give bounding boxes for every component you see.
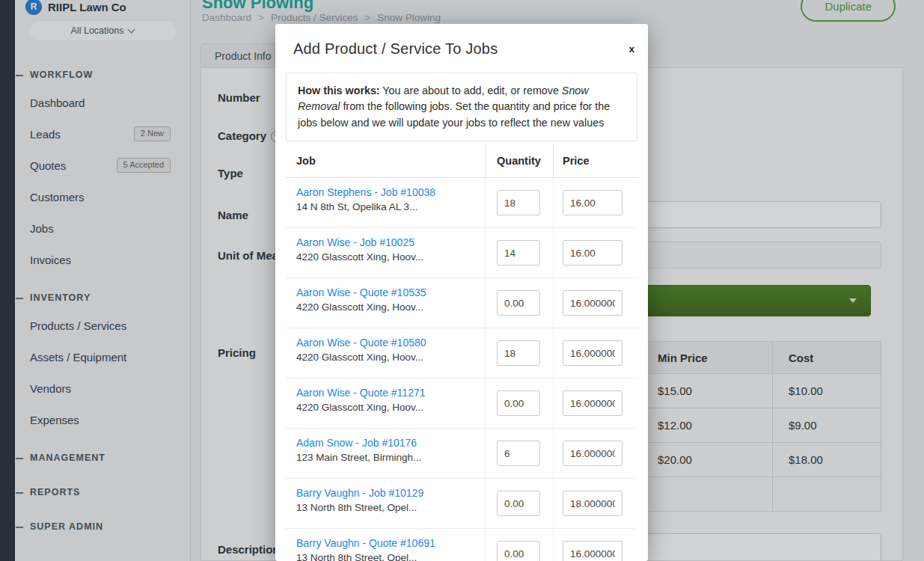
price-cell (553, 429, 637, 478)
quantity-cell (485, 429, 553, 478)
job-link[interactable]: Adam Snow - Job #10176 (296, 437, 474, 449)
quantity-input[interactable] (497, 340, 540, 366)
job-cell: Aaron Wise - Quote #11271 4220 Glasscott… (286, 378, 485, 428)
price-cell (553, 479, 637, 528)
job-cell: Aaron Wise - Quote #10580 4220 Glasscott… (286, 328, 485, 378)
price-column-header: Price (553, 144, 637, 177)
how-this-works-note: How this works: You are about to add, ed… (286, 73, 637, 141)
price-cell (553, 529, 637, 561)
quantity-cell (485, 378, 553, 428)
close-icon[interactable]: x (629, 43, 634, 55)
table-row: Aaron Wise - Quote #10580 4220 Glasscott… (286, 328, 637, 378)
table-row: Aaron Stephens - Job #10038 14 N 8th St,… (286, 178, 637, 228)
quantity-cell (485, 529, 553, 561)
quantity-input[interactable] (497, 290, 540, 316)
table-row: Adam Snow - Job #10176 123 Main Street, … (286, 429, 637, 479)
table-row: Aaron Wise - Job #10025 4220 Glasscott X… (286, 228, 637, 278)
how-this-works-lead: How this works: (298, 85, 380, 96)
job-link[interactable]: Aaron Wise - Quote #10580 (296, 337, 474, 349)
quantity-input[interactable] (497, 240, 540, 266)
app-root: R RIIPL Lawn Co All Locations WORKFLOW D… (0, 0, 924, 561)
price-cell (553, 178, 637, 227)
table-row: Barry Vaughn - Job #10129 13 North 8th S… (286, 479, 637, 529)
price-cell (553, 378, 637, 428)
job-cell: Aaron Stephens - Job #10038 14 N 8th St,… (286, 178, 485, 227)
price-input[interactable] (563, 290, 622, 316)
how-this-works-text-1: You are about to add, edit, or remove (380, 85, 562, 96)
price-input[interactable] (563, 240, 622, 266)
job-cell: Barry Vaughn - Quote #10691 13 North 8th… (286, 529, 485, 561)
price-cell (553, 228, 637, 278)
price-input[interactable] (563, 190, 622, 215)
price-input[interactable] (563, 541, 622, 561)
price-input[interactable] (563, 491, 622, 516)
job-link[interactable]: Aaron Wise - Quote #10535 (296, 286, 474, 298)
table-row: Barry Vaughn - Quote #10691 13 North 8th… (286, 529, 637, 561)
price-cell (553, 278, 637, 328)
quantity-input[interactable] (497, 441, 540, 466)
quantity-input[interactable] (497, 390, 540, 416)
job-cell: Aaron Wise - Job #10025 4220 Glasscott X… (286, 228, 485, 278)
job-link[interactable]: Aaron Wise - Quote #11271 (296, 387, 474, 399)
jobs-table-header: Job Quantity Price (286, 144, 637, 178)
job-address: 13 North 8th Street, Opel... (296, 502, 474, 513)
job-address: 4220 Glasscott Xing, Hoov... (296, 402, 474, 413)
quantity-cell (485, 228, 553, 278)
job-address: 4220 Glasscott Xing, Hoov... (296, 251, 474, 263)
add-product-to-jobs-modal: Add Product / Service To Jobs x How this… (275, 24, 648, 561)
job-link[interactable]: Aaron Wise - Job #10025 (296, 236, 474, 248)
how-this-works-text-2: from the following jobs. Set the quantit… (298, 100, 610, 128)
job-cell: Adam Snow - Job #10176 123 Main Street, … (286, 429, 485, 478)
job-link[interactable]: Barry Vaughn - Quote #10691 (296, 537, 474, 549)
job-link[interactable]: Aaron Stephens - Job #10038 (296, 186, 474, 198)
quantity-input[interactable] (497, 491, 540, 516)
quantity-input[interactable] (497, 541, 540, 561)
quantity-cell (485, 278, 553, 328)
job-cell: Aaron Wise - Quote #10535 4220 Glasscott… (286, 278, 485, 328)
job-address: 123 Main Street, Birmingh... (296, 452, 474, 463)
job-address: 4220 Glasscott Xing, Hoov... (296, 301, 474, 313)
jobs-table: Job Quantity Price Aaron Stephens - Job … (286, 144, 637, 561)
quantity-input[interactable] (497, 190, 540, 215)
table-row: Aaron Wise - Quote #11271 4220 Glasscott… (286, 378, 637, 429)
table-row: Aaron Wise - Quote #10535 4220 Glasscott… (286, 278, 637, 328)
price-input[interactable] (563, 340, 622, 366)
job-column-header: Job (286, 155, 485, 167)
quantity-cell (485, 479, 553, 528)
price-input[interactable] (563, 390, 622, 416)
quantity-column-header: Quantity (485, 144, 553, 177)
job-address: 13 North 8th Street, Opel... (296, 552, 474, 561)
quantity-cell (485, 328, 553, 378)
price-input[interactable] (563, 441, 622, 466)
modal-title: Add Product / Service To Jobs (293, 40, 630, 58)
job-address: 14 N 8th St, Opelika AL 3... (296, 201, 474, 212)
price-cell (553, 328, 637, 378)
job-link[interactable]: Barry Vaughn - Job #10129 (296, 487, 474, 499)
quantity-cell (485, 178, 553, 227)
job-address: 4220 Glasscott Xing, Hoov... (296, 352, 474, 363)
job-cell: Barry Vaughn - Job #10129 13 North 8th S… (286, 479, 485, 528)
modal-header: Add Product / Service To Jobs x (275, 24, 648, 65)
